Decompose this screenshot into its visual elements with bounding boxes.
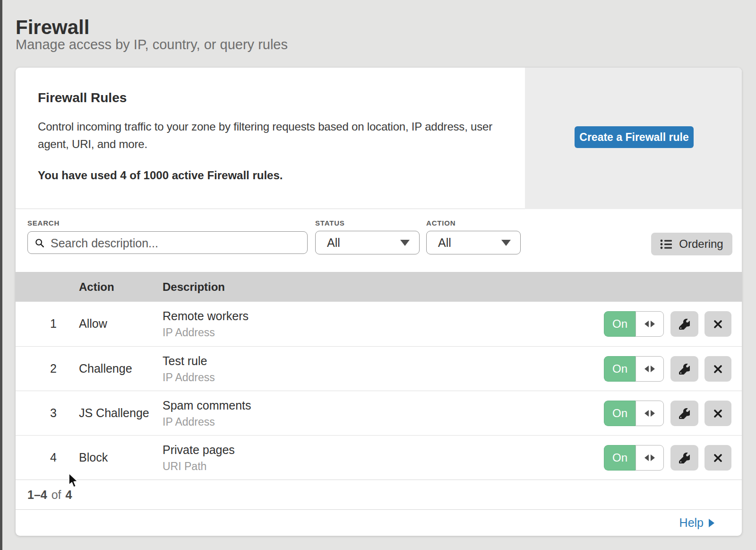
status-label: STATUS (315, 219, 345, 227)
column-header-action: Action (79, 280, 114, 294)
rule-priority: 3 (44, 406, 63, 420)
toggle-on-segment: On (604, 445, 636, 471)
rule-match-field: URI Path (163, 460, 206, 473)
rule-enabled-toggle[interactable]: On (604, 401, 664, 426)
page-title: Firewall (16, 16, 89, 39)
help-link[interactable]: Help (679, 516, 714, 530)
search-label: SEARCH (27, 219, 60, 227)
rules-heading: Firewall Rules (38, 90, 494, 105)
rule-action: Challenge (79, 362, 132, 375)
rule-description: Test rule (163, 354, 207, 368)
close-icon (713, 320, 722, 329)
ordering-button[interactable]: Ordering (651, 233, 732, 255)
create-rule-panel: Create a Firewall rule (525, 68, 742, 209)
toggle-on-segment: On (604, 401, 636, 426)
rule-priority: 1 (44, 317, 63, 331)
toggle-on-segment: On (604, 311, 636, 337)
firewall-page: { "page": { "title": "Firewall", "subtit… (0, 0, 756, 550)
filters-bar: SEARCH STATUS All ACTION All Ordering (16, 209, 742, 272)
edit-rule-button[interactable] (670, 311, 698, 337)
rule-enabled-toggle[interactable]: On (604, 311, 664, 337)
rule-action: Allow (79, 317, 107, 331)
rule-action: JS Challenge (79, 406, 149, 420)
close-icon (713, 454, 722, 463)
pagination-bar: 1–4 of 4 (16, 480, 742, 509)
search-input[interactable] (50, 232, 303, 254)
wrench-icon (679, 364, 690, 375)
chevron-down-icon (400, 240, 410, 246)
rule-match-field: IP Address (163, 416, 215, 428)
arrow-left-icon (644, 321, 649, 327)
edit-rule-button[interactable] (670, 356, 698, 382)
arrow-right-icon (709, 519, 714, 527)
table-header: Action Description (16, 272, 742, 302)
table-row: 4 Block Private pages URI Path On (16, 435, 742, 480)
column-header-description: Description (163, 280, 225, 294)
arrow-right-icon (651, 410, 655, 417)
rule-enabled-toggle[interactable]: On (604, 356, 664, 382)
rule-priority: 4 (44, 451, 63, 464)
table-row: 3 JS Challenge Spam comments IP Address … (16, 391, 742, 435)
toggle-handle (636, 356, 664, 382)
toggle-on-segment: On (604, 356, 636, 382)
rule-match-field: IP Address (163, 326, 215, 339)
arrow-right-icon (651, 454, 655, 461)
rule-description: Private pages (163, 443, 235, 457)
firewall-rules-card: Firewall Rules Control incoming traffic … (16, 68, 742, 536)
table-row: 1 Allow Remote workers IP Address On (16, 302, 742, 346)
rules-usage-note: You have used 4 of 1000 active Firewall … (38, 169, 494, 182)
delete-rule-button[interactable] (704, 445, 731, 471)
status-select[interactable]: All (315, 231, 420, 254)
edit-rule-button[interactable] (670, 445, 698, 471)
rules-intro-section: Firewall Rules Control incoming traffic … (16, 68, 742, 209)
wrench-icon (679, 319, 690, 330)
close-icon (713, 365, 722, 374)
edit-rule-button[interactable] (670, 401, 698, 426)
card-footer: Help (16, 509, 742, 536)
rules-description: Control incoming traffic to your zone by… (38, 118, 494, 153)
rules-intro-text: Firewall Rules Control incoming traffic … (38, 90, 494, 182)
toggle-handle (636, 311, 664, 337)
search-icon (34, 238, 45, 248)
rule-enabled-toggle[interactable]: On (604, 445, 664, 471)
rule-match-field: IP Address (163, 371, 215, 384)
arrow-left-icon (644, 366, 649, 372)
window-edge (0, 0, 2, 550)
rule-description: Remote workers (163, 309, 249, 323)
arrow-left-icon (644, 454, 649, 461)
status-selected-value: All (327, 236, 400, 250)
arrow-right-icon (651, 366, 655, 372)
close-icon (713, 409, 722, 418)
toggle-handle (636, 445, 664, 471)
arrow-right-icon (651, 321, 655, 327)
create-firewall-rule-button[interactable]: Create a Firewall rule (575, 126, 694, 148)
delete-rule-button[interactable] (704, 311, 731, 337)
delete-rule-button[interactable] (704, 401, 731, 426)
pagination-range: 1–4 (27, 488, 47, 502)
search-box (27, 231, 308, 254)
ordering-button-label: Ordering (679, 237, 723, 251)
page-subtitle: Manage access by IP, country, or query r… (16, 37, 288, 52)
arrow-left-icon (644, 410, 649, 417)
rule-action: Block (79, 451, 108, 464)
ordering-list-icon (660, 239, 673, 250)
toggle-handle (636, 401, 664, 426)
wrench-icon (679, 408, 690, 419)
delete-rule-button[interactable] (704, 356, 731, 382)
rule-description: Spam comments (163, 399, 251, 412)
wrench-icon (679, 453, 690, 463)
action-label: ACTION (426, 219, 455, 227)
help-link-label: Help (679, 516, 704, 530)
action-select[interactable]: All (426, 231, 521, 254)
pagination-total: 4 (66, 488, 72, 502)
rule-priority: 2 (44, 362, 63, 375)
table-row: 2 Challenge Test rule IP Address On (16, 346, 742, 391)
chevron-down-icon (501, 240, 511, 246)
pagination-of: of (52, 488, 61, 502)
action-selected-value: All (438, 236, 501, 250)
